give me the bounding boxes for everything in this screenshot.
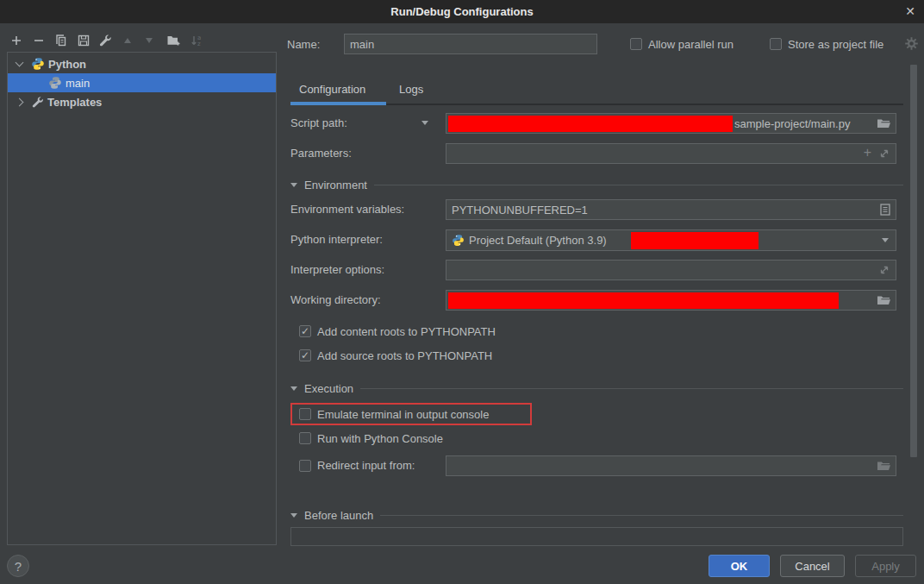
name-input[interactable] (350, 38, 591, 51)
ok-button[interactable]: OK (709, 555, 770, 577)
script-path-field[interactable]: sample-project/main.py (446, 113, 896, 134)
python-icon (452, 234, 465, 247)
redacted-text (448, 292, 839, 309)
tree-item-label[interactable]: Templates (47, 96, 102, 109)
redacted-text (631, 232, 759, 249)
python-interpreter-label: Python interpreter: (290, 233, 383, 246)
folder-icon[interactable] (877, 118, 890, 129)
python-interpreter-combobox[interactable]: Project Default (Python 3.9) (446, 229, 896, 251)
folder-icon[interactable] (877, 461, 890, 472)
add-macro-icon[interactable]: + (864, 145, 871, 160)
store-as-project-file-checkbox[interactable] (770, 38, 782, 50)
python-interpreter-value: Project Default (Python 3.9) (469, 234, 607, 247)
script-path-value: sample-project/main.py (734, 117, 850, 130)
section-label: Environment (304, 179, 367, 192)
configurations-tree: Python main Templates (7, 52, 277, 545)
run-with-python-console-checkbox[interactable] (299, 432, 311, 444)
expand-field-icon[interactable] (878, 148, 890, 160)
tree-item-label[interactable]: Python (48, 58, 86, 71)
environment-variables-label: Environment variables: (290, 203, 404, 216)
add-source-roots-checkbox[interactable] (299, 349, 311, 361)
save-icon[interactable] (76, 33, 91, 48)
tab-configuration[interactable]: Configuration (299, 83, 365, 96)
tree-item-python[interactable]: Python (8, 54, 276, 73)
run-with-python-console-label[interactable]: Run with Python Console (317, 432, 443, 445)
vertical-scrollbar[interactable] (910, 65, 917, 457)
tree-item-main[interactable]: main (8, 73, 276, 92)
name-field[interactable] (344, 34, 597, 54)
chevron-right-icon[interactable] (16, 97, 24, 106)
wrench-icon (31, 96, 44, 109)
before-launch-section-header[interactable]: Before launch (290, 508, 903, 522)
section-collapse-icon[interactable] (290, 386, 297, 391)
svg-text:z: z (197, 41, 201, 47)
section-divider (360, 388, 903, 389)
new-folder-icon[interactable] (165, 33, 181, 48)
interpreter-options-label: Interpreter options: (290, 263, 384, 276)
script-path-label: Script path: (290, 116, 347, 129)
parameters-label: Parameters: (290, 147, 352, 160)
environment-variables-field[interactable]: PYTHONUNBUFFERED=1 (446, 199, 896, 220)
combobox-arrow-icon[interactable] (882, 238, 889, 242)
copy-icon[interactable] (53, 33, 69, 48)
move-up-icon[interactable] (120, 33, 135, 48)
redirect-input-label[interactable]: Redirect input from: (317, 459, 415, 472)
chevron-down-icon[interactable] (16, 59, 24, 67)
remove-icon[interactable] (31, 33, 47, 48)
run-debug-configurations-dialog: Run/Debug Configurations ✕ az Python (0, 0, 924, 584)
script-path-chevron-icon[interactable] (421, 121, 428, 125)
emulate-terminal-checkbox[interactable] (299, 408, 311, 420)
section-collapse-icon[interactable] (290, 183, 297, 187)
environment-variables-value: PYTHONUNBUFFERED=1 (452, 204, 588, 217)
cancel-button[interactable]: Cancel (780, 555, 845, 577)
add-content-roots-checkbox[interactable] (299, 325, 311, 337)
title-bar: Run/Debug Configurations ✕ (0, 0, 924, 23)
execution-section-header[interactable]: Execution (290, 381, 903, 395)
add-source-roots-label[interactable]: Add source roots to PYTHONPATH (317, 349, 492, 362)
edit-templates-icon[interactable] (97, 33, 113, 48)
dialog-title: Run/Debug Configurations (390, 5, 533, 18)
tab-logs[interactable]: Logs (399, 83, 423, 96)
redirect-input-field[interactable] (446, 455, 896, 476)
close-icon[interactable]: ✕ (905, 3, 915, 19)
working-directory-label: Working directory: (290, 293, 381, 306)
interpreter-options-field[interactable] (446, 260, 896, 280)
section-divider (380, 515, 903, 516)
allow-parallel-run-label[interactable]: Allow parallel run (648, 38, 734, 51)
sort-alphabetically-icon[interactable]: az (189, 33, 204, 48)
apply-button[interactable]: Apply (855, 555, 916, 577)
tree-item-label[interactable]: main (66, 77, 90, 90)
section-label: Before launch (304, 509, 373, 522)
folder-icon[interactable] (877, 295, 890, 306)
move-down-icon[interactable] (141, 33, 157, 48)
redirect-input-checkbox[interactable] (299, 460, 311, 472)
help-icon: ? (15, 559, 22, 574)
add-content-roots-label[interactable]: Add content roots to PYTHONPATH (317, 325, 496, 338)
parameters-field[interactable]: + (446, 143, 896, 164)
emulate-terminal-label[interactable]: Emulate terminal in output console (317, 408, 489, 421)
before-launch-task-list[interactable] (290, 527, 903, 546)
section-divider (374, 185, 903, 185)
name-label: Name: (287, 38, 320, 51)
edit-variables-icon[interactable] (880, 204, 890, 216)
gear-icon[interactable] (905, 37, 918, 50)
store-as-project-file-label[interactable]: Store as project file (788, 38, 883, 51)
tree-item-templates[interactable]: Templates (8, 92, 276, 111)
section-label: Execution (304, 382, 353, 395)
working-directory-field[interactable] (446, 290, 896, 311)
python-icon (31, 57, 45, 71)
redacted-text (448, 116, 733, 132)
add-icon[interactable] (9, 33, 24, 48)
environment-section-header[interactable]: Environment (290, 178, 903, 192)
allow-parallel-run-checkbox[interactable] (630, 38, 642, 50)
section-collapse-icon[interactable] (290, 513, 297, 518)
help-button[interactable]: ? (7, 555, 29, 577)
python-gray-icon (48, 76, 62, 90)
active-tab-indicator (290, 102, 386, 105)
expand-field-icon[interactable] (878, 264, 890, 276)
